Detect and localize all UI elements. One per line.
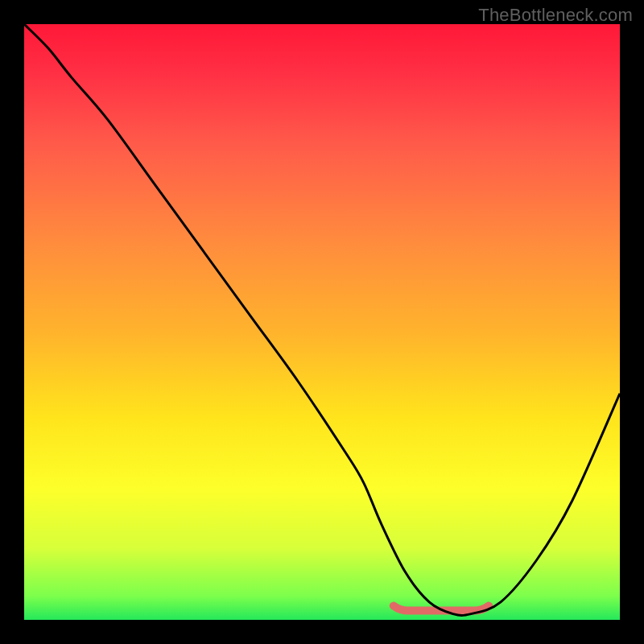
bottleneck-curve [24, 24, 620, 615]
watermark-text: TheBottleneck.com [478, 5, 633, 26]
chart-frame: TheBottleneck.com [0, 0, 644, 644]
curve-layer [24, 24, 620, 620]
plot-area [24, 24, 620, 620]
